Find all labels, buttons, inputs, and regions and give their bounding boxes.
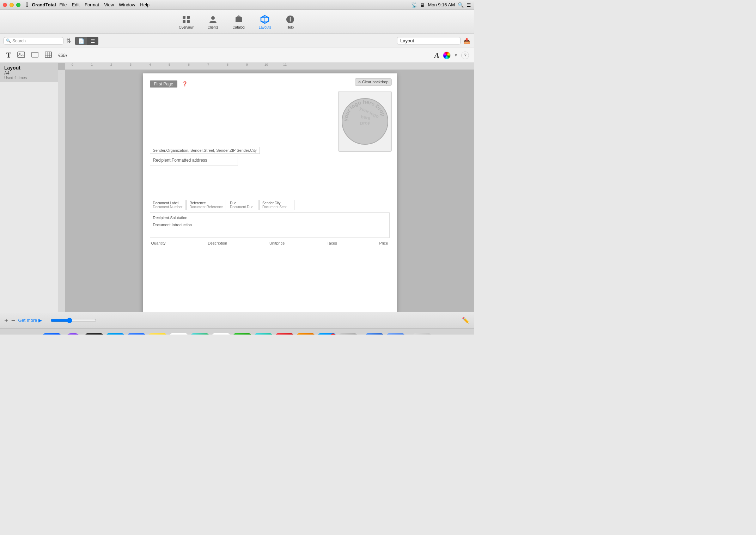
view-doc-button[interactable]: 📄 <box>75 37 87 45</box>
menubar-screen-icon: 🖥 <box>420 2 425 8</box>
menu-file[interactable]: File <box>60 2 67 7</box>
introduction-text: Document.Introduction <box>153 223 386 227</box>
layout-name-input[interactable] <box>397 37 461 44</box>
layouts-label: Layouts <box>259 25 271 29</box>
zoom-slider[interactable] <box>50 318 96 323</box>
sidebar-item-layout[interactable]: Layout A4 Used 4 times <box>0 63 58 82</box>
page-scroll-area[interactable]: First Page ❓ ✕ Clear backdrop your logo … <box>65 70 474 312</box>
price-header: Price <box>379 241 388 245</box>
sidebar-item-title: Layout <box>4 65 54 71</box>
menubar-wifi-icon: 📡 <box>411 2 417 8</box>
clear-backdrop-button[interactable]: ✕ Clear backdrop <box>355 78 392 86</box>
clients-icon <box>208 14 218 24</box>
desc-header: Description <box>208 241 227 245</box>
menubar-time: Mon 9:16 AM <box>428 2 455 7</box>
dock-mail[interactable]: ✉️ <box>127 333 146 335</box>
doc-label-2: Due <box>230 201 255 205</box>
dock-systemprefs[interactable]: ⚙️ <box>339 333 358 335</box>
logo-circle: your logo here Drop your logo here Drop <box>341 97 389 146</box>
rect-tool-button[interactable] <box>30 51 40 60</box>
dock-finder[interactable]: 🗂 <box>42 333 61 335</box>
recipient-address-box[interactable]: Recipient.Formatted address <box>150 156 238 166</box>
menu-format[interactable]: Format <box>85 2 99 7</box>
color-picker-button[interactable] <box>443 52 451 59</box>
doc-label-0: Document.Label <box>153 201 183 205</box>
dock-maps[interactable]: 🗺️ <box>190 333 209 335</box>
dock-reminders[interactable]: ☑️ <box>169 333 188 335</box>
sender-address-box[interactable]: Sender.Organization, Sender.Street, Send… <box>150 147 260 154</box>
dock-messages[interactable]: 💬 <box>254 333 273 335</box>
color-dropdown-arrow[interactable]: ▼ <box>454 53 458 57</box>
toolbar-clients[interactable]: Clients <box>208 14 219 29</box>
fullscreen-button[interactable] <box>16 3 20 7</box>
unitprice-header: Unitprice <box>269 241 285 245</box>
clients-label: Clients <box>208 25 219 29</box>
minimize-button[interactable] <box>10 3 14 7</box>
text-tool-button[interactable]: T <box>5 50 12 60</box>
intro-box[interactable]: Recipient.Salutation Document.Introducti… <box>150 212 390 238</box>
image-tool-button[interactable] <box>16 51 26 60</box>
font-button[interactable]: A <box>434 51 439 60</box>
dock-music[interactable]: 🎵 <box>275 333 294 335</box>
share-icon[interactable]: 📤 <box>463 37 470 44</box>
layouts-icon <box>260 14 270 24</box>
menubar-menu-icon[interactable]: ☰ <box>467 2 471 8</box>
menu-help[interactable]: Help <box>140 2 150 7</box>
qty-header: Quantity <box>151 241 166 245</box>
view-list-button[interactable]: ☰ <box>87 37 98 45</box>
toolbar-help[interactable]: i Help <box>285 14 295 29</box>
remove-layout-button[interactable]: − <box>11 317 16 324</box>
first-page-help[interactable]: ❓ <box>182 81 188 86</box>
dock-safari[interactable]: 🧭 <box>106 333 125 335</box>
dock-photos[interactable]: 🌸 <box>212 333 231 335</box>
bottom-bar: + − Get more ▶ ✏️ <box>0 312 474 328</box>
help-button[interactable]: ? <box>461 52 469 59</box>
menu-window[interactable]: Window <box>119 2 135 7</box>
pencil-icon[interactable]: ✏️ <box>462 317 470 324</box>
dock-grandtotal[interactable]: 📊 <box>365 333 384 335</box>
doc-info-table: Document.Label Document.Number Reference… <box>150 200 390 210</box>
dock-files[interactable]: 📁 <box>386 333 405 335</box>
doc-info-cell-2[interactable]: Due Document.Due <box>227 200 258 210</box>
table-icon <box>45 52 52 58</box>
view-toggle: 📄 ☰ <box>75 37 98 45</box>
search-input[interactable] <box>12 38 55 43</box>
toolbar-layouts[interactable]: Layouts <box>259 14 271 29</box>
toolbar-overview[interactable]: Overview <box>179 14 194 29</box>
logo-placeholder[interactable]: your logo here Drop your logo here Drop <box>338 91 392 152</box>
dock-appstore[interactable]: 🅰️ 1 <box>317 333 336 335</box>
search-box[interactable]: 🔍 <box>4 37 63 45</box>
svg-rect-12 <box>45 52 51 58</box>
menubar:  GrandTotal File Edit Format View Windo… <box>0 0 474 10</box>
table-tool-button[interactable] <box>43 51 53 60</box>
rect-icon <box>31 52 38 58</box>
svg-rect-1 <box>187 16 190 19</box>
dock-launchpad[interactable]: 🚀 <box>85 333 104 335</box>
toolbar-catalog[interactable]: Catalog <box>232 14 244 29</box>
page: First Page ❓ ✕ Clear backdrop your logo … <box>143 73 397 312</box>
get-more-link[interactable]: Get more ▶ <box>18 318 42 323</box>
add-layout-button[interactable]: + <box>4 317 8 324</box>
close-button[interactable] <box>3 3 7 7</box>
traffic-lights <box>3 3 20 7</box>
doc-label-1: Reference <box>189 201 223 205</box>
doc-value-0: Document.Number <box>153 205 183 209</box>
dock-siri[interactable]: 🎤 <box>63 333 83 335</box>
doc-info-cell-1[interactable]: Reference Document.Reference <box>186 200 226 210</box>
menubar-search-icon[interactable]: 🔍 <box>458 2 464 8</box>
menu-edit[interactable]: Edit <box>72 2 80 7</box>
dock-trash[interactable]: 🗑️ <box>413 333 432 335</box>
app-name[interactable]: GrandTotal <box>32 2 56 7</box>
dock-books[interactable]: 📚 <box>296 333 315 335</box>
help-label: Help <box>287 25 294 29</box>
doc-info-cell-0[interactable]: Document.Label Document.Number <box>150 200 186 210</box>
menu-view[interactable]: View <box>104 2 114 7</box>
sort-icon[interactable]: ⇅ <box>66 37 71 44</box>
catalog-icon <box>234 14 244 24</box>
svg-point-4 <box>211 16 215 20</box>
apple-menu[interactable]:  <box>26 1 28 8</box>
dock-notes[interactable]: 📝 <box>148 333 167 335</box>
doc-info-cell-3[interactable]: Sender.City Document.Sent <box>259 200 294 210</box>
dock-facetime[interactable]: 📹 <box>233 333 252 335</box>
currency-tool-button[interactable]: €$£▾ <box>57 52 69 59</box>
